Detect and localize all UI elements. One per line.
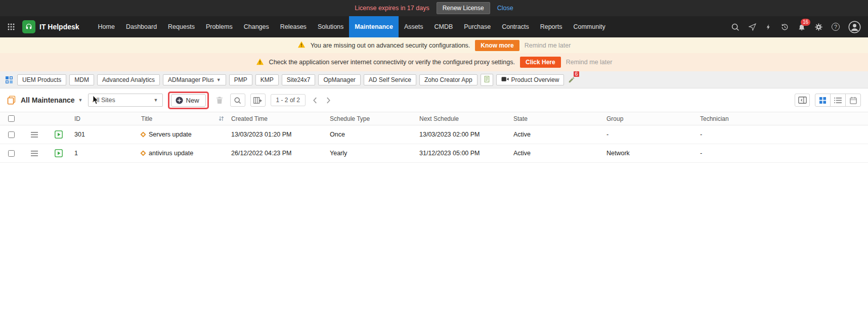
list-view-button[interactable] — [830, 94, 846, 107]
renew-license-button[interactable]: Renew License — [437, 2, 490, 14]
row-menu-icon[interactable] — [22, 132, 47, 138]
header-created-time[interactable]: Created Time — [228, 115, 326, 122]
chevron-down-icon: ▼ — [216, 77, 221, 82]
header-title[interactable]: Title — [138, 115, 228, 122]
nav-reports[interactable]: Reports — [535, 16, 568, 37]
main-navigation: Home Dashboard Requests Problems Changes… — [93, 16, 611, 37]
select-all-checkbox[interactable] — [8, 115, 15, 122]
cell-schedule-type: Yearly — [326, 150, 416, 157]
know-more-button[interactable]: Know more — [475, 40, 519, 51]
navbar: IT Helpdesk Home Dashboard Requests Prob… — [0, 16, 868, 37]
cell-id: 301 — [71, 131, 138, 138]
license-close-link[interactable]: Close — [497, 5, 513, 12]
nav-solutions[interactable]: Solutions — [312, 16, 349, 37]
send-feedback-icon[interactable] — [748, 23, 757, 31]
connectivity-banner-message: Check the application server internet co… — [269, 59, 515, 66]
chip-site24x7[interactable]: Site24x7 — [282, 74, 316, 85]
column-chooser-button[interactable] — [250, 94, 266, 107]
user-avatar[interactable] — [848, 21, 861, 33]
apps-grid-icon[interactable] — [7, 23, 15, 31]
row-checkbox[interactable] — [8, 150, 15, 157]
delete-button[interactable] — [214, 95, 225, 105]
edit-pencil-icon[interactable]: 6 — [568, 76, 575, 83]
security-remind-later-link[interactable]: Remind me later — [525, 42, 571, 49]
connectivity-warning-banner: Check the application server internet co… — [0, 53, 868, 71]
cell-state: Active — [510, 131, 603, 138]
cell-title[interactable]: antivirus update — [138, 150, 228, 157]
nav-requests[interactable]: Requests — [162, 16, 200, 37]
run-now-icon[interactable] — [47, 130, 71, 139]
click-here-button[interactable]: Click Here — [520, 57, 561, 68]
sort-icon[interactable] — [219, 115, 224, 122]
cell-created-time: 13/03/2023 01:20 PM — [228, 131, 326, 138]
table-row[interactable]: 1 antivirus update 26/12/2022 04:23 PM Y… — [0, 144, 868, 163]
chip-admanager-plus[interactable]: ADManager Plus▼ — [163, 74, 226, 85]
search-button[interactable] — [230, 94, 245, 107]
chip-kmp[interactable]: KMP — [255, 74, 279, 85]
table-row[interactable]: 301 Servers update 13/03/2023 01:20 PM O… — [0, 125, 868, 144]
chip-mdm[interactable]: MDM — [69, 74, 94, 85]
header-schedule-type[interactable]: Schedule Type — [326, 115, 416, 122]
notes-chip[interactable] — [481, 74, 493, 86]
screen: License expires in 17 days Renew License… — [0, 0, 868, 314]
cell-created-time: 26/12/2022 04:23 PM — [228, 150, 326, 157]
header-state[interactable]: State — [510, 115, 603, 122]
cell-state: Active — [510, 150, 603, 157]
chip-opmanager[interactable]: OpManager — [318, 74, 360, 85]
nav-community[interactable]: Community — [568, 16, 611, 37]
view-selector[interactable]: All Maintenance ▼ — [21, 96, 83, 104]
grid-view-button[interactable] — [815, 94, 831, 107]
row-menu-icon[interactable] — [22, 151, 47, 156]
chip-ad-self-service[interactable]: AD Self Service — [364, 74, 416, 85]
history-icon[interactable] — [780, 23, 789, 31]
view-mode-controls — [795, 94, 861, 107]
cell-schedule-type: Once — [326, 131, 416, 138]
help-icon[interactable]: ? — [832, 23, 840, 31]
next-page-button[interactable] — [324, 96, 333, 105]
site-filter-dropdown[interactable]: All Sites ▼ — [88, 94, 163, 107]
search-icon[interactable] — [731, 23, 740, 31]
video-camera-icon — [501, 76, 509, 83]
panel-layout-button[interactable] — [795, 94, 810, 107]
chip-uem-products[interactable]: UEM Products — [17, 74, 66, 85]
notifications-bell-icon[interactable]: 16 — [798, 23, 806, 31]
nav-purchase[interactable]: Purchase — [458, 16, 496, 37]
chip-advanced-analytics[interactable]: Advanced Analytics — [97, 74, 160, 85]
header-next-schedule[interactable]: Next Schedule — [416, 115, 510, 122]
header-group[interactable]: Group — [603, 115, 697, 122]
product-overview-chip[interactable]: Product Overview — [496, 74, 565, 85]
nav-problems[interactable]: Problems — [200, 16, 238, 37]
calendar-view-button[interactable] — [845, 94, 861, 107]
quick-actions-icon[interactable] — [765, 23, 772, 31]
settings-gear-icon[interactable] — [814, 23, 823, 31]
view-toggle-group — [815, 94, 861, 107]
nav-contracts[interactable]: Contracts — [496, 16, 535, 37]
document-icon — [484, 76, 490, 84]
row-checkbox[interactable] — [8, 131, 15, 138]
connectivity-remind-later-link[interactable]: Remind me later — [566, 59, 613, 66]
cell-title[interactable]: Servers update — [138, 131, 228, 138]
chip-pmp[interactable]: PMP — [229, 74, 252, 85]
chip-zoho-creator-app[interactable]: Zoho Creator App — [419, 74, 478, 85]
search-icon — [234, 97, 241, 104]
edit-count-badge: 6 — [574, 71, 580, 77]
header-technician[interactable]: Technician — [697, 115, 868, 122]
panel-layout-icon — [798, 97, 807, 104]
cell-technician: - — [697, 131, 868, 138]
security-banner-message: You are missing out on advanced security… — [311, 42, 470, 49]
new-button[interactable]: New — [171, 94, 206, 107]
nav-maintenance[interactable]: Maintenance — [349, 16, 399, 37]
notification-count-badge: 16 — [801, 19, 810, 26]
warning-icon — [297, 41, 306, 50]
nav-releases[interactable]: Releases — [275, 16, 312, 37]
previous-page-button[interactable] — [311, 96, 319, 105]
nav-home[interactable]: Home — [93, 16, 120, 37]
header-id[interactable]: ID — [71, 115, 138, 122]
nav-changes[interactable]: Changes — [238, 16, 275, 37]
product-switcher-icon[interactable] — [5, 76, 13, 84]
nav-dashboard[interactable]: Dashboard — [120, 16, 162, 37]
nav-assets[interactable]: Assets — [399, 16, 429, 37]
nav-cmdb[interactable]: CMDB — [429, 16, 459, 37]
run-now-icon[interactable] — [47, 149, 71, 157]
maintenance-task-icon — [140, 150, 146, 156]
